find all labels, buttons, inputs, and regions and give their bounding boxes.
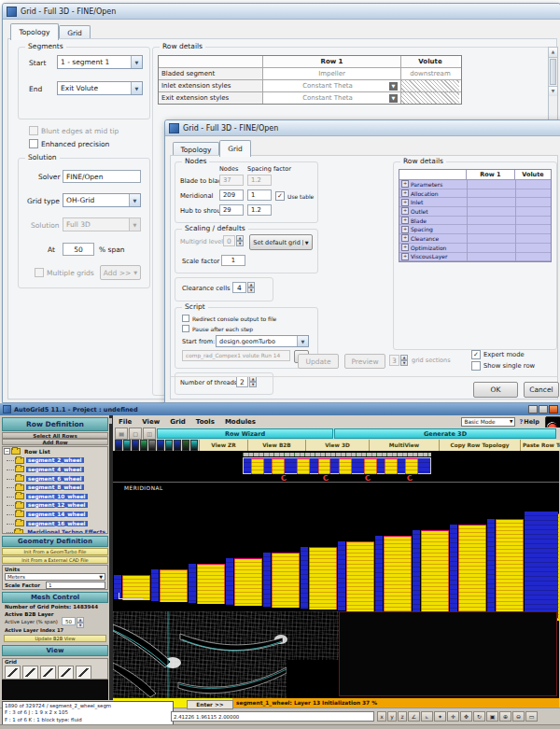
- menu-tools[interactable]: Tools: [196, 418, 215, 426]
- select-all-rows-button[interactable]: Select All Rows: [2, 432, 108, 439]
- redirect-checkbox-row[interactable]: Redirect console output to file: [182, 315, 276, 322]
- viewport-tool-icon[interactable]: [190, 440, 198, 451]
- tree-item-segment[interactable]: segment_8_wheel: [3, 483, 107, 492]
- tree-item-segment[interactable]: segment_16_wheel: [3, 519, 107, 528]
- dialog1-scrollbar[interactable]: ▲ ▼: [548, 47, 558, 125]
- tree-root[interactable]: − Row List: [3, 447, 107, 456]
- checkbox-icon[interactable]: [29, 126, 38, 135]
- spinner-arrows-icon[interactable]: ▲▼: [77, 617, 84, 625]
- expand-icon[interactable]: +: [401, 226, 409, 233]
- update-b2b-button[interactable]: Update B2B View: [4, 635, 106, 642]
- table-row[interactable]: Bladed segmentImpellerdownstream: [159, 68, 461, 80]
- expand-icon[interactable]: +: [401, 253, 409, 260]
- checkbox-icon[interactable]: [182, 315, 189, 322]
- table-row[interactable]: Inlet extension stylesConstant Theta▼: [159, 80, 461, 92]
- grid-sections-spinner[interactable]: 3 ▲▼: [389, 355, 408, 366]
- cancel-button[interactable]: Cancel: [524, 382, 559, 398]
- span-field[interactable]: 50: [63, 243, 94, 256]
- init-geomturbo-button[interactable]: Init From a GeomTurbo File: [2, 548, 108, 555]
- zoom-out-icon[interactable]: ⊖: [512, 711, 525, 722]
- view-button-view-b2b[interactable]: View B2B: [247, 440, 305, 451]
- angle2-icon[interactable]: ⦜: [421, 711, 433, 722]
- add-row-button[interactable]: Add Row: [2, 439, 108, 445]
- end-segment-dropdown[interactable]: Exit Volute ▼: [57, 81, 143, 95]
- rotate-icon[interactable]: ↻: [473, 711, 485, 722]
- menus[interactable]: FileViewGridToolsModules: [119, 418, 266, 426]
- chevron-down-icon[interactable]: ▼: [389, 82, 398, 91]
- tree-item-segment[interactable]: segment_4_wheel: [3, 465, 107, 474]
- menu-view[interactable]: View: [142, 418, 160, 426]
- checkbox-icon[interactable]: [275, 191, 285, 201]
- add-button[interactable]: Add >> ▼: [100, 265, 141, 280]
- show-single-row-checkbox-row[interactable]: Show single row: [471, 361, 535, 371]
- nodes-field[interactable]: 29: [219, 204, 244, 216]
- row-details-row[interactable]: +Optimization: [399, 244, 551, 253]
- axis-button-y[interactable]: y: [387, 711, 397, 722]
- grid-type-dropdown[interactable]: OH-Grid ▼: [63, 193, 141, 207]
- expand-icon[interactable]: +: [401, 234, 409, 242]
- nodes-field[interactable]: 37: [219, 175, 244, 186]
- row-details-rows[interactable]: +Parameters+Allocation+Inlet+Outlet+Blad…: [399, 180, 551, 261]
- viewport-tool-icon[interactable]: [182, 440, 189, 451]
- spacing-factor-field[interactable]: 1: [247, 189, 272, 201]
- clearance-cells-spinner[interactable]: 4 ▲▼: [232, 282, 255, 293]
- tree-item-segment[interactable]: segment_2_wheel: [3, 456, 107, 466]
- update-button[interactable]: Update: [298, 354, 339, 369]
- ok-button[interactable]: OK: [473, 382, 518, 398]
- spinner-arrows-icon[interactable]: ▲▼: [249, 376, 257, 387]
- checkbox-icon[interactable]: [182, 325, 189, 332]
- row-details-row[interactable]: +Spacing: [399, 225, 551, 234]
- units-dropdown[interactable]: Meters ▼: [5, 573, 105, 581]
- topology-strip[interactable]: [243, 457, 431, 474]
- view-button-paste-row-topology[interactable]: Paste Row Topology: [520, 440, 560, 451]
- row-details-row[interactable]: +Inlet: [399, 198, 551, 207]
- menu-grid[interactable]: Grid: [170, 418, 186, 426]
- row-details-table[interactable]: Row 1VoluteBladed segmentImpellerdownstr…: [158, 55, 462, 105]
- enhanced-precision-checkbox-row[interactable]: Enhanced precision: [29, 139, 109, 148]
- expand-icon[interactable]: +: [401, 189, 409, 197]
- spacing-factor-field[interactable]: 1.2: [247, 175, 272, 186]
- expand-icon[interactable]: +: [401, 207, 409, 215]
- view-button-multiview[interactable]: MultiView: [369, 440, 439, 451]
- solution-dropdown[interactable]: Full 3D ▼: [63, 217, 141, 231]
- nodes-field[interactable]: 209: [219, 189, 244, 201]
- axis-button-z[interactable]: z: [398, 711, 407, 722]
- pause-checkbox-row[interactable]: Pause after each step: [182, 325, 253, 332]
- dialog1-titlebar[interactable]: Grid - Full 3D - FINE/Open: [3, 4, 560, 20]
- blunt-edges-checkbox-row[interactable]: Blunt edges at mid tip: [29, 126, 119, 135]
- expand-icon[interactable]: +: [401, 180, 409, 188]
- generate-3d-button[interactable]: Generate 3D: [334, 428, 556, 439]
- spinner-arrows-icon[interactable]: ▲▼: [236, 235, 244, 246]
- expand-icon[interactable]: +: [401, 217, 409, 224]
- expand-icon[interactable]: +: [401, 199, 409, 206]
- row-details-row[interactable]: +ViscousLayer: [399, 253, 551, 262]
- tree-item-segment[interactable]: segment_14_wheel: [3, 510, 107, 519]
- dialog2-titlebar[interactable]: Grid - Full 3D - FINE/Open: [165, 120, 560, 136]
- threads-spinner[interactable]: 2 ▲▼: [236, 376, 257, 387]
- coordinate-input[interactable]: 2.41226 1.96115 2.00000: [171, 711, 374, 722]
- save-icon[interactable]: ◫: [143, 428, 156, 440]
- empty-view-pane[interactable]: [339, 611, 557, 696]
- move-icon[interactable]: ✥: [460, 711, 472, 722]
- menu-modules[interactable]: Modules: [225, 418, 256, 426]
- mesh-display-icon[interactable]: [5, 666, 21, 680]
- tree-item-meridional-effects[interactable]: Meridional Techno Effects: [3, 527, 107, 534]
- box-icon[interactable]: ▣: [486, 711, 498, 722]
- view-button-view-zr[interactable]: View ZR: [199, 440, 247, 451]
- minimize-icon[interactable]: [528, 405, 538, 414]
- start-segment-dropdown[interactable]: 1 - segment 1 ▼: [57, 55, 143, 69]
- menu-file[interactable]: File: [119, 418, 132, 426]
- row-details-row[interactable]: +Clearance: [399, 234, 551, 244]
- set-default-grid-button[interactable]: Set default grid ▼: [249, 234, 313, 250]
- scale-factor-field[interactable]: 1: [46, 582, 105, 589]
- enter-tab[interactable]: Enter >>: [187, 700, 233, 709]
- star-icon[interactable]: ✦: [434, 711, 446, 722]
- viewport-tool-icon[interactable]: [115, 440, 122, 451]
- expand-icon[interactable]: −: [4, 448, 10, 455]
- spinner-arrows-icon[interactable]: ▲▼: [400, 355, 408, 366]
- mesh-display-icon[interactable]: [58, 666, 74, 680]
- start-from-dropdown[interactable]: design.geomTurbo ▼: [216, 335, 309, 347]
- use-table-checkbox-row[interactable]: Use table: [275, 191, 314, 201]
- script-file-field[interactable]: comp_rad_Compex1 volute Run 14: [182, 350, 290, 361]
- mesh-display-icon[interactable]: [22, 666, 38, 680]
